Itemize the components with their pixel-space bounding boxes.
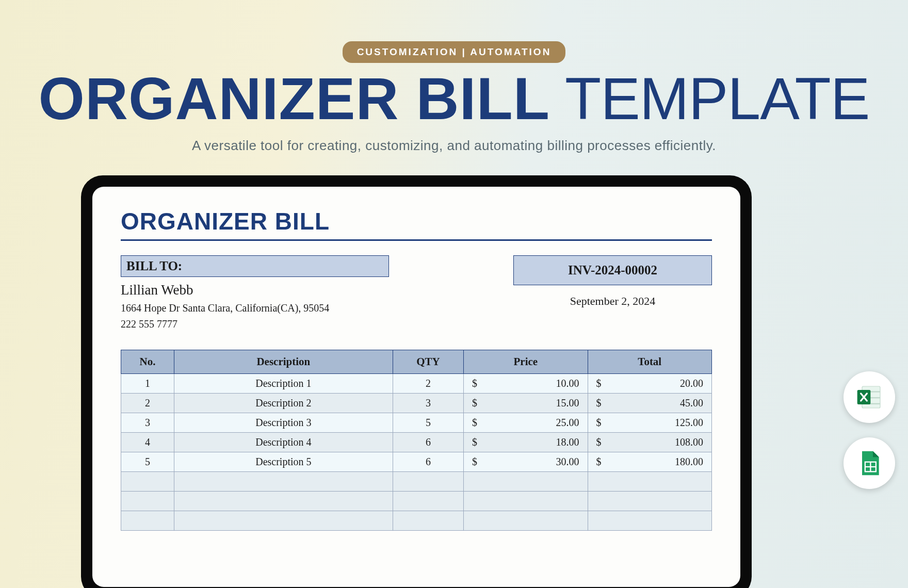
sheets-download-button[interactable] <box>844 437 895 489</box>
col-price: Price <box>464 350 588 374</box>
sheets-icon <box>855 449 884 478</box>
cell-price: $18.00 <box>464 433 588 452</box>
promo-header: CUSTOMIZATION | AUTOMATION ORGANIZER BIL… <box>0 0 908 154</box>
cell-total: $125.00 <box>588 413 711 433</box>
customer-name: Lillian Webb <box>121 282 389 298</box>
table-row-empty <box>121 511 712 531</box>
document-title: ORGANIZER BILL <box>121 207 712 241</box>
table-row: 3Description 35$25.00$125.00 <box>121 413 712 433</box>
cell-description: Description 5 <box>174 452 393 472</box>
table-row-empty <box>121 472 712 492</box>
cell-no: 1 <box>121 374 174 394</box>
cell-qty: 2 <box>393 374 463 394</box>
cell-qty: 3 <box>393 394 463 413</box>
col-description: Description <box>174 350 393 374</box>
table-row-empty <box>121 492 712 511</box>
invoice-date: September 2, 2024 <box>513 295 712 308</box>
cell-description: Description 4 <box>174 433 393 452</box>
cell-price: $30.00 <box>464 452 588 472</box>
table-row: 2Description 23$15.00$45.00 <box>121 394 712 413</box>
table-row: 5Description 56$30.00$180.00 <box>121 452 712 472</box>
cell-total: $45.00 <box>588 394 711 413</box>
bill-to-label: BILL TO: <box>121 255 389 277</box>
cell-no: 4 <box>121 433 174 452</box>
document-preview: ORGANIZER BILL BILL TO: Lillian Webb 166… <box>92 187 740 587</box>
cell-total: $108.00 <box>588 433 711 452</box>
cell-total: $180.00 <box>588 452 711 472</box>
category-badge: CUSTOMIZATION | AUTOMATION <box>343 41 566 63</box>
table-header-row: No. Description QTY Price Total <box>121 350 712 374</box>
format-icons <box>844 371 895 489</box>
col-no: No. <box>121 350 174 374</box>
cell-no: 2 <box>121 394 174 413</box>
cell-qty: 5 <box>393 413 463 433</box>
tablet-mockup: ORGANIZER BILL BILL TO: Lillian Webb 166… <box>81 175 752 588</box>
cell-description: Description 3 <box>174 413 393 433</box>
invoice-meta: INV-2024-00002 September 2, 2024 <box>513 255 712 308</box>
cell-qty: 6 <box>393 433 463 452</box>
cell-price: $15.00 <box>464 394 588 413</box>
title-bold: ORGANIZER BILL <box>39 66 550 132</box>
table-row: 4Description 46$18.00$108.00 <box>121 433 712 452</box>
col-qty: QTY <box>393 350 463 374</box>
cell-price: $10.00 <box>464 374 588 394</box>
page-title: ORGANIZER BILL TEMPLATE <box>0 69 908 128</box>
cell-description: Description 1 <box>174 374 393 394</box>
bill-to-block: BILL TO: Lillian Webb 1664 Hope Dr Santa… <box>121 255 389 330</box>
excel-download-button[interactable] <box>844 371 895 423</box>
customer-address: 1664 Hope Dr Santa Clara, California(CA)… <box>121 302 389 314</box>
invoice-number: INV-2024-00002 <box>513 255 712 285</box>
cell-qty: 6 <box>393 452 463 472</box>
cell-price: $25.00 <box>464 413 588 433</box>
customer-phone: 222 555 7777 <box>121 318 389 330</box>
cell-total: $20.00 <box>588 374 711 394</box>
cell-no: 5 <box>121 452 174 472</box>
col-total: Total <box>588 350 711 374</box>
cell-description: Description 2 <box>174 394 393 413</box>
page-subtitle: A versatile tool for creating, customizi… <box>0 138 908 154</box>
excel-icon <box>855 383 884 412</box>
title-light: TEMPLATE <box>550 66 869 132</box>
line-items-table: No. Description QTY Price Total 1Descrip… <box>121 350 712 531</box>
invoice-info-row: BILL TO: Lillian Webb 1664 Hope Dr Santa… <box>121 255 712 330</box>
cell-no: 3 <box>121 413 174 433</box>
table-row: 1Description 12$10.00$20.00 <box>121 374 712 394</box>
